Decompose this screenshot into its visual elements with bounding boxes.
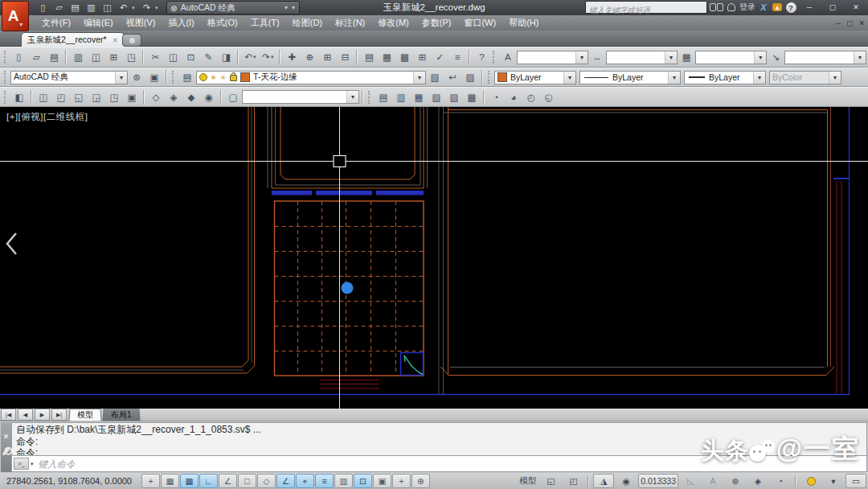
- dim-style-button[interactable]: ↔: [588, 49, 606, 66]
- menu-edit[interactable]: 编辑(E): [77, 15, 120, 31]
- new-button[interactable]: ▯: [10, 49, 27, 66]
- qat-open-button[interactable]: ▱: [51, 2, 67, 14]
- layer-states-button[interactable]: ▧: [426, 69, 444, 86]
- layer-unlock-button[interactable]: ◵: [540, 88, 558, 105]
- copy-button[interactable]: ◫: [164, 49, 182, 66]
- new-tab-button[interactable]: [122, 34, 141, 47]
- color-select[interactable]: ByLayer: [494, 71, 576, 84]
- menu-help[interactable]: 帮助(H): [502, 15, 545, 31]
- text-style-select[interactable]: [517, 51, 588, 64]
- command-window-handle[interactable]: ✕: [1, 422, 11, 472]
- toolbar-grip[interactable]: [4, 51, 7, 64]
- layer-unisolate-button[interactable]: ▩: [463, 88, 481, 105]
- viewport-controls[interactable]: [+][俯视][二维线框]: [6, 111, 88, 123]
- help-button[interactable]: ?: [473, 49, 490, 66]
- qat-customize-button[interactable]: ▾: [288, 1, 300, 14]
- last-tab-button[interactable]: ▶|: [51, 409, 67, 421]
- command-prompt-icon[interactable]: >_: [14, 458, 29, 470]
- designcenter-button[interactable]: ▦: [378, 49, 395, 66]
- ortho-toggle[interactable]: ∟: [199, 474, 218, 488]
- first-tab-button[interactable]: |◀: [1, 409, 16, 421]
- layer-translate-button[interactable]: ▨: [461, 69, 479, 86]
- markup-set-manager-button[interactable]: ✓: [431, 49, 448, 66]
- mleader-style-select[interactable]: [784, 51, 866, 64]
- workspaces-select[interactable]: AutoCAD 经典: [10, 71, 128, 84]
- annotation-autoscale-button[interactable]: ◉: [616, 474, 637, 488]
- view-bottom-button[interactable]: ◰: [52, 88, 70, 105]
- menu-view[interactable]: 视图(V): [120, 15, 162, 31]
- menu-file[interactable]: 文件(F): [35, 15, 77, 31]
- qat-saveas-button[interactable]: ▥: [84, 2, 99, 14]
- qat-new-button[interactable]: ▯: [35, 2, 51, 14]
- toolbar-grip[interactable]: [4, 91, 8, 104]
- layer-match-button[interactable]: ▥: [392, 88, 410, 105]
- prev-tab-button[interactable]: ◀: [18, 409, 33, 421]
- command-history[interactable]: 自动保存到 D:\bak\玉泉新城2__recover_1_1_0853.sv$…: [11, 422, 867, 455]
- view-front-button[interactable]: ◳: [105, 88, 123, 105]
- restore-button[interactable]: ▢: [822, 2, 843, 14]
- properties-button[interactable]: ▤: [360, 49, 378, 66]
- menu-window[interactable]: 窗口(W): [457, 15, 502, 31]
- chevron-down-icon[interactable]: ▾: [31, 461, 34, 467]
- mdi-minimize-button[interactable]: ─: [836, 19, 841, 27]
- create-camera-button[interactable]: ▢: [224, 88, 242, 105]
- zoom-window-button[interactable]: ⊞: [318, 49, 336, 66]
- annotation-monitor-toggle[interactable]: ⊕: [411, 474, 430, 488]
- tool-palettes-button[interactable]: ▩: [395, 49, 413, 66]
- hardware-acceleration-icon[interactable]: [800, 474, 821, 488]
- workspace-settings-button[interactable]: ⊛: [128, 69, 145, 86]
- plot-preview-button[interactable]: ◫: [87, 49, 104, 66]
- polar-toggle[interactable]: ∠: [219, 474, 237, 488]
- toolbar-grip[interactable]: [172, 71, 176, 84]
- toolbar-grip[interactable]: [493, 51, 496, 64]
- named-view-select[interactable]: [242, 90, 359, 104]
- menu-format[interactable]: 格式(O): [201, 15, 244, 31]
- lineweight-select[interactable]: ByLayer: [684, 71, 766, 84]
- exchange-apps-icon[interactable]: X: [758, 2, 769, 14]
- toolbar-lock-button[interactable]: ◈: [747, 474, 768, 488]
- paste-button[interactable]: ⊡: [182, 49, 199, 66]
- mdi-close-button[interactable]: ✕: [858, 19, 865, 27]
- workspace-switching-button[interactable]: ⊛: [725, 474, 746, 488]
- quick-properties-toggle[interactable]: ▣: [373, 474, 391, 488]
- menu-modify[interactable]: 修改(M): [371, 15, 416, 31]
- minimize-button[interactable]: ─: [799, 2, 820, 14]
- layer-lock-button[interactable]: ◴: [522, 88, 540, 105]
- menu-dimension[interactable]: 标注(N): [329, 15, 371, 31]
- drawing-canvas[interactable]: [+][俯视][二维线框]: [0, 107, 868, 409]
- table-style-select[interactable]: [695, 51, 767, 64]
- undo-button[interactable]: ↶: [241, 49, 259, 66]
- toolbar-grip[interactable]: [488, 71, 492, 84]
- view-back-button[interactable]: ▣: [123, 88, 141, 105]
- osnap-3d-toggle[interactable]: ◇: [257, 474, 276, 488]
- layer-properties-button[interactable]: ▤: [178, 69, 196, 86]
- palette-collapse-arrow[interactable]: [7, 233, 16, 254]
- redo-button[interactable]: ↷: [259, 49, 276, 66]
- vs-realistic-button[interactable]: ◉: [200, 88, 218, 105]
- next-tab-button[interactable]: ▶: [35, 409, 50, 421]
- snap-toggle[interactable]: ▦: [161, 474, 179, 488]
- dim-style-select[interactable]: [606, 51, 678, 64]
- transparency-toggle[interactable]: ⊡: [354, 474, 372, 488]
- infer-constraints-toggle[interactable]: +: [141, 474, 160, 488]
- menu-parametric[interactable]: 参数(P): [416, 15, 458, 31]
- layer-previous-button[interactable]: ↩: [444, 69, 461, 86]
- toolbar-grip[interactable]: [368, 91, 372, 104]
- command-input[interactable]: [37, 457, 866, 471]
- qat-undo-button[interactable]: ↶: [116, 2, 131, 14]
- cut-button[interactable]: ✂: [146, 49, 164, 66]
- blue-dot-marker[interactable]: [342, 282, 354, 294]
- plot-button[interactable]: ▥: [69, 49, 87, 66]
- wrench-icon[interactable]: [2, 448, 10, 456]
- dynamic-input-toggle[interactable]: ≡: [315, 474, 334, 488]
- vs-hidden-button[interactable]: ◆: [182, 88, 200, 105]
- mdi-restore-button[interactable]: ▢: [846, 19, 854, 27]
- menu-draw[interactable]: 绘图(D): [286, 15, 329, 31]
- undo-caret-icon[interactable]: ▾: [132, 5, 138, 11]
- application-menu-button[interactable]: A▾: [2, 1, 29, 31]
- lineweight-toggle[interactable]: ▥: [334, 474, 353, 488]
- menu-tools[interactable]: 工具(T): [244, 15, 286, 31]
- model-space-button[interactable]: 模型: [517, 474, 538, 488]
- annotation-visibility-button[interactable]: ◮: [593, 474, 614, 488]
- grid-toggle[interactable]: ▦: [180, 474, 199, 488]
